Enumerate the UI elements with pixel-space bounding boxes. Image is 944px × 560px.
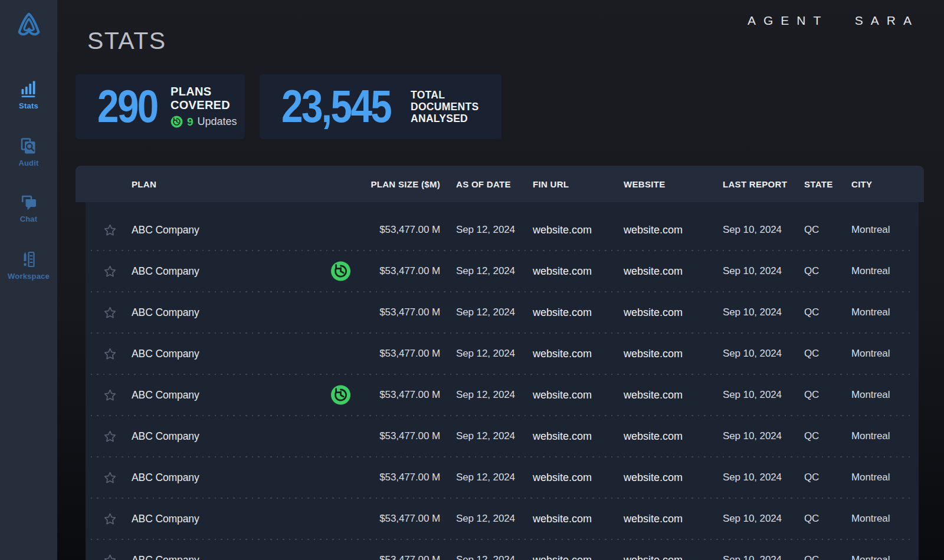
plan-size-cell: $53,477.00 M <box>324 389 442 401</box>
plan-size-value: $53,477.00 M <box>379 224 440 235</box>
table-row[interactable]: ABC Company $53,477.00 M Sep 12, 2024 we… <box>86 498 919 539</box>
fin-url-cell: website.com <box>519 224 610 236</box>
column-header-last-report: LAST REPORT <box>709 179 791 189</box>
plan-size-value: $53,477.00 M <box>379 389 440 400</box>
table-row[interactable]: ABC Company $53,477.00 M Sep 12, 2024 we… <box>86 209 919 251</box>
plan-size-value: $53,477.00 M <box>379 307 440 318</box>
favorite-star-button[interactable] <box>103 471 117 485</box>
state-cell: QC <box>791 307 838 318</box>
state-cell: QC <box>791 513 838 525</box>
fin-url-cell: website.com <box>519 389 610 401</box>
state-cell: QC <box>791 265 838 277</box>
plans-covered-value: 290 <box>97 85 171 128</box>
table-row[interactable]: ABC Company $53,477.00 M Sep 12, 2024 we… <box>86 457 919 498</box>
brand-logo-icon <box>15 11 43 38</box>
favorite-star-button[interactable] <box>103 306 117 319</box>
star-icon <box>103 223 117 237</box>
state-cell: QC <box>791 472 838 483</box>
favorite-star-button[interactable] <box>103 347 117 361</box>
last-report-cell: Sep 10, 2024 <box>709 307 791 318</box>
plan-name-cell: ABC Company <box>124 348 324 360</box>
plan-size-value: $53,477.00 M <box>379 554 440 560</box>
sidebar-item-label: Stats <box>19 101 38 110</box>
plan-name-cell: ABC Company <box>124 265 324 278</box>
documents-analysed-value: 23,545 <box>281 85 411 128</box>
last-report-cell: Sep 10, 2024 <box>709 554 791 560</box>
favorite-star-button[interactable] <box>103 265 117 278</box>
city-cell: Montreal <box>838 389 919 401</box>
chat-bubbles-icon <box>21 195 37 210</box>
favorite-star-button[interactable] <box>103 430 117 443</box>
column-header-plan: PLAN <box>124 179 324 189</box>
star-icon <box>103 347 117 361</box>
documents-analysed-card: 23,545 TOTAL DOCUMENTS ANALYSED <box>260 74 502 139</box>
plan-name-cell: ABC Company <box>124 513 324 525</box>
star-icon <box>103 512 117 526</box>
plan-name-cell: ABC Company <box>124 307 324 319</box>
plan-name-cell: ABC Company <box>124 554 324 560</box>
last-report-cell: Sep 10, 2024 <box>709 224 791 236</box>
plans-table: PLAN PLAN SIZE ($M) AS OF DATE FIN URL W… <box>76 166 924 560</box>
table-row[interactable]: ABC Company $53,477.00 M Sep 12, 2024 we… <box>86 292 919 333</box>
plan-size-cell: $53,477.00 M <box>324 554 442 560</box>
city-cell: Montreal <box>838 307 919 318</box>
favorite-star-button[interactable] <box>103 554 117 560</box>
plans-covered-label: PLANS COVERED <box>171 85 237 111</box>
plan-size-value: $53,477.00 M <box>379 472 440 483</box>
document-search-icon <box>21 138 37 154</box>
sidebar: Stats Audit Chat <box>0 0 57 560</box>
sidebar-item-audit[interactable]: Audit <box>0 138 57 167</box>
state-cell: QC <box>791 224 838 236</box>
favorite-star-button[interactable] <box>103 388 117 402</box>
sidebar-item-stats[interactable]: Stats <box>0 81 57 110</box>
favorite-star-button[interactable] <box>103 512 117 526</box>
table-header-row: PLAN PLAN SIZE ($M) AS OF DATE FIN URL W… <box>76 166 924 202</box>
updates-count: 9 <box>187 116 194 129</box>
sidebar-item-chat[interactable]: Chat <box>0 195 57 223</box>
last-report-cell: Sep 10, 2024 <box>709 472 791 483</box>
plan-size-cell: $53,477.00 M <box>324 472 442 483</box>
sidebar-item-workspace[interactable]: Workspace <box>0 251 57 281</box>
fin-url-cell: website.com <box>519 513 610 525</box>
brand-logo[interactable] <box>15 9 43 39</box>
update-history-icon <box>330 385 351 406</box>
bar-chart-icon <box>21 81 37 97</box>
website-cell: website.com <box>610 430 709 443</box>
city-cell: Montreal <box>838 265 919 277</box>
table-row[interactable]: ABC Company $53,477.00 M Sep 12, 2024 we… <box>86 251 919 292</box>
plan-size-value: $53,477.00 M <box>379 265 440 276</box>
plan-size-cell: $53,477.00 M <box>324 307 442 318</box>
website-cell: website.com <box>610 348 709 360</box>
city-cell: Montreal <box>838 430 919 442</box>
fin-url-cell: website.com <box>519 554 610 560</box>
main-content: AGENT SARA STATS 290 PLANS COVERED <box>57 0 944 560</box>
plan-size-cell: $53,477.00 M <box>324 265 442 277</box>
fin-url-cell: website.com <box>519 265 610 278</box>
stat-cards: 290 PLANS COVERED 9 Updates <box>76 74 944 139</box>
table-row[interactable]: ABC Company $53,477.00 M Sep 12, 2024 we… <box>86 416 919 457</box>
update-history-icon <box>171 116 183 128</box>
table-row[interactable]: ABC Company $53,477.00 M Sep 12, 2024 we… <box>86 374 919 416</box>
last-report-cell: Sep 10, 2024 <box>709 348 791 360</box>
star-icon <box>103 265 117 278</box>
agent-name-label: AGENT SARA <box>748 14 919 28</box>
website-cell: website.com <box>610 472 709 484</box>
as-of-date-cell: Sep 12, 2024 <box>442 430 519 442</box>
as-of-date-cell: Sep 12, 2024 <box>442 554 519 560</box>
plan-size-cell: $53,477.00 M <box>324 430 442 442</box>
fin-url-cell: website.com <box>519 348 610 360</box>
column-header-as-of-date: AS OF DATE <box>442 179 519 189</box>
sidebar-item-label: Audit <box>18 159 38 167</box>
website-cell: website.com <box>610 389 709 401</box>
updates-badge: 9 Updates <box>171 116 237 129</box>
update-history-icon <box>330 261 351 282</box>
row-update-badge <box>330 385 351 406</box>
favorite-star-button[interactable] <box>103 223 117 237</box>
table-body: ABC Company $53,477.00 M Sep 12, 2024 we… <box>86 202 919 560</box>
table-row[interactable]: ABC Company $53,477.00 M Sep 12, 2024 we… <box>86 333 919 374</box>
last-report-cell: Sep 10, 2024 <box>709 389 791 401</box>
column-header-website: WEBSITE <box>610 179 709 189</box>
table-row[interactable]: ABC Company $53,477.00 M Sep 12, 2024 we… <box>86 539 919 560</box>
column-header-plan-size: PLAN SIZE ($M) <box>324 179 442 189</box>
city-cell: Montreal <box>838 554 919 560</box>
